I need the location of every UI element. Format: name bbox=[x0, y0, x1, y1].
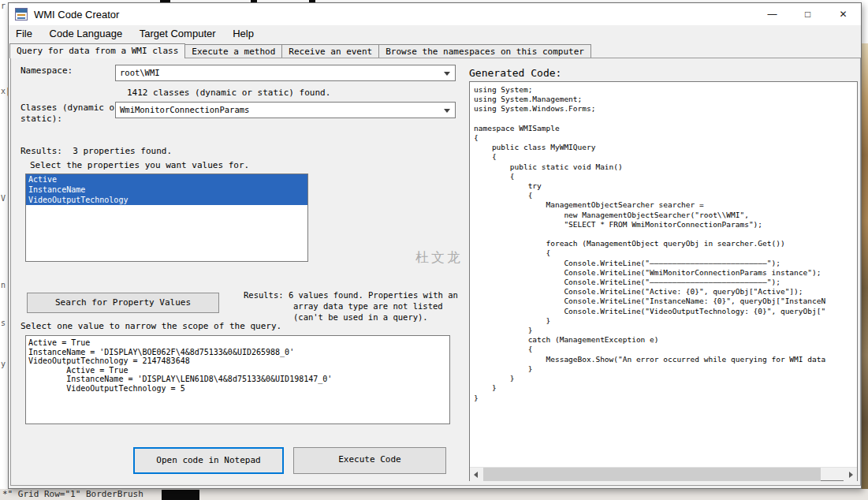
menu-code-language[interactable]: Code Language bbox=[43, 25, 130, 42]
generated-code-text[interactable]: using System; using System.Management; u… bbox=[470, 82, 857, 453]
app-icon bbox=[15, 8, 28, 21]
chevron-down-icon[interactable] bbox=[444, 72, 450, 76]
execute-code-button[interactable]: Execute Code bbox=[293, 447, 446, 474]
background-text-fragment: y bbox=[1, 360, 6, 368]
desktop-wallpaper-strip bbox=[862, 43, 868, 489]
horizontal-scrollbar[interactable] bbox=[470, 467, 857, 480]
classes-found-label: 1412 classes (dynamic or static) found. bbox=[127, 88, 330, 98]
list-item[interactable]: Active = True bbox=[28, 338, 447, 348]
namespace-combobox[interactable]: root\WMI bbox=[115, 65, 456, 81]
results-properties-label: Results: 3 properties found. bbox=[20, 146, 172, 156]
classes-combobox[interactable]: WmiMonitorConnectionParams bbox=[115, 102, 456, 118]
tab-browse-namespaces[interactable]: Browse the namespaces on this computer bbox=[378, 44, 591, 58]
properties-listbox[interactable]: Active InstanceName VideoOutputTechnolog… bbox=[25, 174, 308, 262]
query-tab-page: Namespace: root\WMI 1412 classes (dynami… bbox=[10, 58, 861, 486]
background-code-text: *" Grid Row="1" BorderBrush bbox=[2, 489, 143, 499]
search-property-values-button[interactable]: Search for Property Values bbox=[27, 293, 219, 313]
scrollbar-thumb[interactable] bbox=[483, 468, 821, 481]
tab-execute-method[interactable]: Execute a method bbox=[184, 44, 282, 58]
values-listbox[interactable]: Active = True InstanceName = 'DISPLAY\BO… bbox=[25, 335, 450, 424]
results-values-label: Results: 6 values found. Properties with… bbox=[244, 289, 475, 323]
menu-file[interactable]: File bbox=[9, 25, 39, 42]
close-button[interactable]: ✕ bbox=[825, 3, 861, 25]
background-text-fragment: n bbox=[1, 281, 6, 289]
window-controls: — □ ✕ bbox=[754, 3, 861, 25]
menu-help[interactable]: Help bbox=[225, 25, 261, 42]
list-item[interactable]: InstanceName = 'DISPLAY\LEN61D8\4&8d7513… bbox=[28, 375, 447, 384]
window-title: WMI Code Creator bbox=[34, 9, 119, 21]
desktop-background: r x| V n s y *" Grid Row="1" BorderBrush… bbox=[0, 0, 868, 500]
classes-value: WmiMonitorConnectionParams bbox=[120, 105, 249, 114]
scroll-right-icon[interactable] bbox=[844, 468, 857, 481]
tab-strip: Query for data from a WMI class Execute … bbox=[10, 43, 591, 58]
select-properties-label: Select the properties you want values fo… bbox=[30, 160, 249, 170]
list-item[interactable]: Active = True bbox=[28, 366, 447, 375]
list-item[interactable]: InstanceName = 'DISPLAY\BOE062F\4&8d7513… bbox=[28, 348, 447, 357]
list-item[interactable]: Active bbox=[26, 174, 307, 185]
tab-receive-event[interactable]: Receive an event bbox=[281, 44, 379, 58]
namespace-label: Namespace: bbox=[20, 65, 73, 76]
watermark-text: 杜文龙 bbox=[415, 248, 463, 267]
background-text-fragment: V bbox=[1, 194, 6, 203]
wmi-code-creator-window: WMI Code Creator — □ ✕ File Code Languag… bbox=[8, 2, 862, 489]
open-code-in-notepad-button[interactable]: Open code in Notepad bbox=[133, 447, 284, 474]
title-bar[interactable]: WMI Code Creator — □ ✕ bbox=[9, 3, 861, 25]
menu-target-computer[interactable]: Target Computer bbox=[132, 25, 223, 42]
classes-label: Classes (dynamic or static): bbox=[20, 103, 123, 125]
generated-code-textbox[interactable]: using System; using System.Management; u… bbox=[469, 81, 858, 481]
list-item[interactable]: VideoOutputTechnology bbox=[26, 195, 307, 205]
background-text-fragment: r bbox=[1, 2, 6, 10]
select-value-label: Select one value to narrow the scope of … bbox=[20, 321, 281, 331]
background-artifact bbox=[162, 490, 199, 500]
namespace-value: root\WMI bbox=[120, 68, 160, 77]
menu-bar: File Code Language Target Computer Help bbox=[9, 25, 861, 43]
maximize-button[interactable]: □ bbox=[790, 3, 825, 25]
background-window-strip: *" Grid Row="1" BorderBrush bbox=[0, 489, 868, 500]
generated-code-label: Generated Code: bbox=[469, 67, 561, 79]
list-item[interactable]: InstanceName bbox=[26, 185, 307, 195]
list-item[interactable]: VideoOutputTechnology = 2147483648 bbox=[28, 356, 447, 366]
background-text-fragment: s bbox=[1, 319, 6, 327]
scroll-left-icon[interactable] bbox=[470, 468, 483, 481]
list-item[interactable]: VideoOutputTechnology = 5 bbox=[28, 384, 447, 394]
chevron-down-icon[interactable] bbox=[444, 109, 450, 113]
tab-query-wmi-class[interactable]: Query for data from a WMI class bbox=[9, 43, 185, 58]
minimize-button[interactable]: — bbox=[754, 3, 790, 25]
